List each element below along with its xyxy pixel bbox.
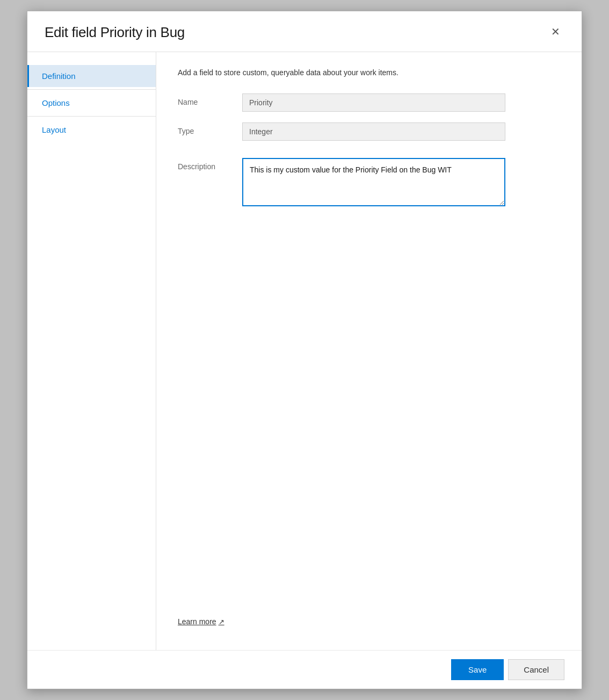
name-row: Name (178, 93, 560, 112)
dialog-title: Edit field Priority in Bug (45, 24, 185, 41)
type-input[interactable] (242, 122, 505, 141)
dialog-footer: Save Cancel (27, 650, 582, 689)
sidebar-item-options-label: Options (42, 98, 70, 107)
sidebar-item-layout[interactable]: Layout (27, 119, 156, 141)
description-textarea[interactable] (242, 158, 505, 206)
content-description: Add a field to store custom, queryable d… (178, 67, 560, 78)
learn-more-row: Learn more ↗ (178, 608, 560, 635)
sidebar-item-options[interactable]: Options (27, 92, 156, 114)
type-label: Type (178, 122, 242, 135)
close-button[interactable]: ✕ (547, 24, 564, 39)
sidebar-item-layout-label: Layout (42, 125, 66, 134)
description-label: Description (178, 158, 242, 171)
sidebar-item-definition[interactable]: Definition (27, 65, 156, 87)
learn-more-link[interactable]: Learn more ↗ (178, 617, 224, 626)
edit-field-dialog: Edit field Priority in Bug ✕ Definition … (27, 11, 582, 689)
learn-more-label: Learn more (178, 617, 216, 626)
external-link-icon: ↗ (219, 618, 224, 626)
sidebar: Definition Options Layout (27, 52, 156, 650)
name-label: Name (178, 93, 242, 106)
main-content: Add a field to store custom, queryable d… (156, 52, 582, 650)
type-row: Type (178, 122, 560, 141)
sidebar-divider-1 (27, 89, 156, 90)
cancel-button[interactable]: Cancel (508, 659, 564, 680)
dialog-body: Definition Options Layout Add a field to… (27, 52, 582, 650)
sidebar-item-definition-label: Definition (42, 71, 76, 81)
name-input[interactable] (242, 93, 505, 112)
description-row: Description (178, 158, 560, 206)
save-button[interactable]: Save (451, 659, 504, 680)
sidebar-divider-2 (27, 116, 156, 117)
dialog-header: Edit field Priority in Bug ✕ (27, 11, 582, 52)
